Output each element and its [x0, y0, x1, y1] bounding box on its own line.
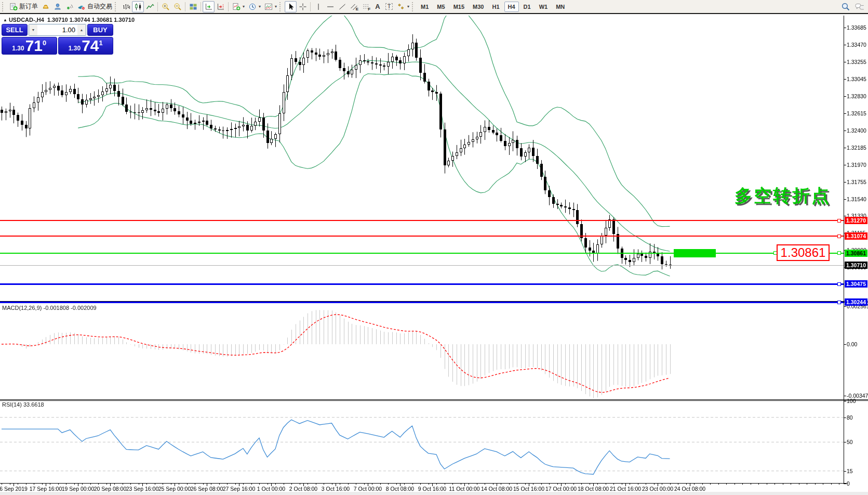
sell-button[interactable]: SELL: [2, 24, 28, 36]
buy-price-display[interactable]: 1.30741: [58, 37, 114, 55]
tile-windows-button[interactable]: [187, 1, 199, 12]
horizontal-line-tool-button[interactable]: [324, 1, 336, 12]
trend-turning-point-annotation[interactable]: 多空转折点: [735, 184, 831, 208]
collapse-marker-icon[interactable]: ▲: [3, 18, 7, 22]
cursor-tool-button[interactable]: [285, 1, 297, 12]
horizontal-line-1.30861[interactable]: [0, 253, 844, 254]
trendline-tool-button[interactable]: [336, 1, 348, 12]
timeframe-M1[interactable]: M1: [417, 2, 432, 12]
line-drag-handle[interactable]: [837, 219, 841, 223]
toolbar-drag-handle[interactable]: [2, 2, 5, 11]
market-watch-button[interactable]: [39, 1, 51, 12]
rsi-axis-tick: 15: [847, 468, 853, 474]
horizontal-line-1.30475[interactable]: [0, 283, 844, 285]
line-chart-button[interactable]: [144, 1, 156, 12]
vertical-line-tool-button[interactable]: [312, 1, 324, 12]
horizontal-line-1.31074[interactable]: [0, 236, 844, 237]
price-line-axis-label: 1.30475: [845, 280, 867, 288]
auto-scroll-button[interactable]: [203, 1, 215, 12]
date-axis-label: 3 Oct 16:00: [322, 486, 350, 492]
chart-shift-button[interactable]: [215, 1, 226, 12]
macd-axis-tick: 0.00: [847, 341, 857, 347]
autotrading-button[interactable]: 自动交易: [75, 1, 114, 12]
text-label-tool-button[interactable]: T: [383, 1, 395, 12]
price-axis-tick: 1.33470: [847, 42, 866, 48]
date-axis-label: 7 Oct 00:00: [354, 486, 382, 492]
timeframe-M15[interactable]: M15: [450, 2, 468, 12]
timeframe-H4[interactable]: H4: [504, 2, 519, 12]
toolbar-drag-handle[interactable]: [412, 2, 415, 11]
chat-icon[interactable]: [855, 3, 864, 11]
timeframe-D1[interactable]: D1: [520, 2, 535, 12]
date-axis-label: 24 Oct 08:00: [674, 486, 705, 492]
date-axis-label: 8 Oct 08:00: [386, 486, 414, 492]
volume-input[interactable]: [37, 24, 77, 35]
crosshair-tool-button[interactable]: [297, 1, 309, 12]
price-axis-tick: 1.31540: [847, 196, 866, 202]
line-drag-handle[interactable]: [837, 251, 841, 255]
highlight-zone[interactable]: [674, 249, 716, 257]
equidistant-channel-tool-button[interactable]: E: [348, 1, 360, 12]
price-callout-label[interactable]: 1.30861: [777, 244, 830, 261]
chart-overlay: ▲USDCAD-,H4 1.30710 1.30744 1.30681 1.30…: [0, 0, 868, 495]
ohlc-values: 1.30710 1.30744 1.30681 1.30710: [47, 17, 135, 23]
price-line-axis-label: 1.30861: [845, 250, 867, 257]
line-drag-handle[interactable]: [837, 282, 841, 286]
sell-price-display[interactable]: 1.30710: [2, 37, 57, 55]
zoom-in-button[interactable]: [159, 1, 171, 12]
templates-icon: [264, 3, 273, 11]
price-axis-tick: 1.32615: [847, 110, 866, 116]
cursor-arrow-icon: [286, 3, 295, 11]
date-axis-label: 2 Oct 08:00: [289, 486, 317, 492]
date-axis-label: 23 Oct 00:00: [642, 486, 673, 492]
autotrading-icon: [77, 3, 86, 11]
rsi-indicator-label: RSI(14) 33.6618: [2, 401, 44, 408]
volume-increase-button[interactable]: ▲: [77, 24, 86, 35]
toolbar-drag-handle[interactable]: [115, 2, 118, 11]
indicators-button[interactable]: ▾: [230, 1, 246, 12]
signals-button[interactable]: [63, 1, 75, 12]
horizontal-line-1.31270[interactable]: [0, 220, 844, 221]
line-drag-handle[interactable]: [837, 301, 841, 304]
templates-button[interactable]: ▾: [262, 1, 278, 12]
date-axis-label: 1 Oct 00:00: [257, 486, 285, 492]
periods-button[interactable]: ▾: [246, 1, 262, 12]
rsi-axis-tick: 0: [847, 480, 850, 487]
zoom-out-button[interactable]: [171, 1, 183, 12]
date-axis-label: 19 Sep 00:00: [62, 486, 94, 492]
trendline-icon: [338, 3, 346, 11]
timeframe-MN[interactable]: MN: [552, 2, 568, 12]
gold-icon: [41, 3, 50, 11]
arrows-icon: [396, 3, 405, 11]
vertical-line-icon: [314, 3, 323, 11]
crosshair-icon: [298, 3, 307, 11]
autotrading-label: 自动交易: [87, 2, 112, 11]
new-order-button[interactable]: 新订单: [7, 1, 39, 12]
horizontal-line-1.30244[interactable]: [0, 302, 844, 303]
auto-scroll-icon: [204, 3, 213, 11]
candlestick-chart-icon: [133, 3, 142, 11]
price-axis-tick: 1.33685: [847, 24, 866, 31]
rsi-axis-tick: 50: [847, 439, 853, 445]
date-axis-label: 15 Oct 16:00: [513, 486, 544, 492]
volume-decrease-button[interactable]: ▼: [29, 24, 37, 35]
timeframe-M5[interactable]: M5: [433, 2, 448, 12]
line-drag-handle[interactable]: [837, 235, 841, 238]
toolbar-drag-handle[interactable]: [279, 2, 283, 11]
timeframe-W1[interactable]: W1: [536, 2, 552, 12]
bar-chart-button[interactable]: [120, 1, 132, 12]
community-button[interactable]: [51, 1, 63, 12]
price-line-axis-label: 1.31270: [845, 217, 867, 224]
text-tool-button[interactable]: A: [372, 1, 383, 12]
fibonacci-tool-button[interactable]: F: [360, 1, 372, 12]
timeframe-H1[interactable]: H1: [488, 2, 503, 12]
search-icon[interactable]: [841, 3, 850, 11]
bottom-strip: [0, 492, 868, 495]
buy-button[interactable]: BUY: [87, 24, 113, 36]
candlestick-chart-button[interactable]: [132, 1, 144, 12]
zoom-out-icon: [173, 3, 182, 11]
toolbar-separator: [157, 2, 158, 11]
timeframe-M30[interactable]: M30: [469, 2, 487, 12]
chevron-down-icon: ▾: [259, 4, 261, 9]
arrows-tool-button[interactable]: ▾: [395, 1, 411, 12]
